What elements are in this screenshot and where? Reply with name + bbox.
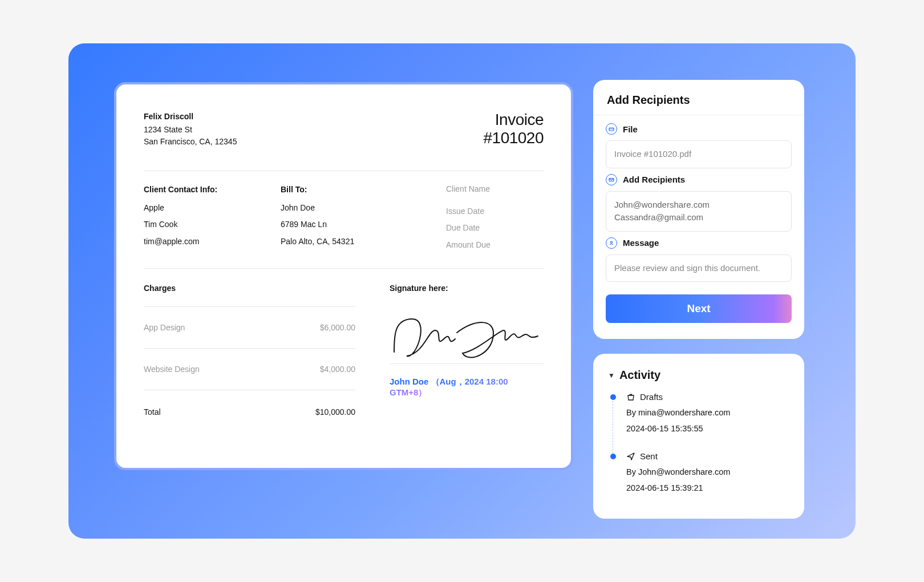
bill-name: John Doe — [281, 200, 446, 216]
timeline-line — [613, 401, 613, 454]
invoice-number: #101020 — [483, 129, 544, 147]
send-icon — [626, 452, 635, 461]
charge-amount: $6,000.00 — [320, 323, 355, 332]
meta-client-name: Client Name — [446, 185, 544, 193]
total-label: Total — [144, 407, 161, 417]
add-recipients-label-text: Add Recipients — [623, 175, 685, 184]
person-icon — [606, 237, 617, 249]
svg-point-3 — [611, 241, 613, 243]
sender-name: Felix Driscoll — [144, 111, 237, 123]
sender-addr2: San Francisco, CA, 12345 — [144, 136, 237, 148]
meta-col: Client Name Issue Date Due Date Amount D… — [446, 185, 544, 253]
client-contact: Tim Cook — [144, 216, 281, 233]
signature-image — [390, 302, 544, 359]
divider — [593, 115, 804, 115]
svg-rect-0 — [609, 128, 614, 131]
total-amount: $10,000.00 — [315, 407, 355, 417]
divider — [144, 390, 355, 390]
sender-block: Felix Driscoll 1234 State St San Francis… — [144, 111, 237, 148]
activity-timestamp: 2024-06-15 15:39:21 — [626, 480, 789, 496]
signature-name: John Doe — [390, 377, 428, 386]
activity-by: By John@wondershare.com — [626, 464, 789, 480]
message-label: Message — [606, 237, 792, 249]
svg-rect-1 — [609, 129, 614, 130]
charge-label: Website Design — [144, 365, 200, 374]
signature-block: Signature here: John Doe （Aug，2024 18:00… — [390, 284, 544, 417]
client-email: tim@apple.com — [144, 233, 281, 250]
bag-icon — [626, 393, 635, 402]
charge-amount: $4,000.00 — [320, 365, 355, 374]
signature-caption: John Doe （Aug，2024 18:00 GTM+8） — [390, 369, 544, 398]
bill-addr2: Palo Alto, CA, 54321 — [281, 233, 446, 250]
signature-icon — [390, 308, 544, 359]
charge-row: App Design $6,000.00 — [144, 312, 355, 343]
activity-title-text: Activity — [619, 369, 660, 382]
mail-icon — [606, 174, 617, 185]
divider — [144, 306, 355, 307]
activity-timestamp: 2024-06-15 15:35:55 — [626, 421, 789, 437]
timeline-dot-icon — [610, 454, 616, 459]
activity-item: Sent By John@wondershare.com 2024-06-15 … — [610, 451, 789, 496]
invoice-card: Felix Driscoll 1234 State St San Francis… — [114, 82, 573, 470]
activity-status: Drafts — [640, 392, 663, 402]
message-label-text: Message — [623, 238, 659, 248]
signature-head: Signature here: — [390, 284, 544, 302]
add-recipients-label: Add Recipients — [606, 174, 792, 185]
charge-label: App Design — [144, 323, 185, 332]
meta-due-date: Due Date — [446, 220, 544, 236]
add-recipients-title: Add Recipients — [606, 90, 792, 115]
charges-block: Charges App Design $6,000.00 Website Des… — [144, 284, 355, 417]
bill-addr1: 6789 Mac Ln — [281, 216, 446, 233]
invoice-title: Invoice — [483, 111, 544, 129]
timeline-dot-icon — [610, 394, 616, 400]
file-label-text: File — [623, 124, 638, 134]
charge-row: Website Design $4,000.00 — [144, 353, 355, 385]
add-recipients-panel: Add Recipients File Invoice #101020.pdf … — [593, 80, 804, 339]
activity-by: By mina@wondershare.com — [626, 405, 789, 421]
bill-to-col: Bill To: John Doe 6789 Mac Ln Palo Alto,… — [281, 185, 446, 253]
next-button[interactable]: Next — [606, 294, 792, 323]
sender-addr1: 1234 State St — [144, 124, 237, 136]
recipients-input[interactable]: John@wondershare.com Cassandra@gmail.com — [606, 191, 792, 232]
activity-status: Sent — [640, 451, 658, 461]
divider — [144, 268, 544, 269]
total-row: Total $10,000.00 — [144, 395, 355, 417]
bill-to-head: Bill To: — [281, 185, 446, 194]
divider — [144, 171, 544, 171]
divider — [144, 348, 355, 349]
file-input[interactable]: Invoice #101020.pdf — [606, 140, 792, 168]
client-contact-col: Client Contact Info: Apple Tim Cook tim@… — [144, 185, 281, 253]
meta-issue-date: Issue Date — [446, 203, 544, 220]
file-icon — [606, 123, 617, 135]
divider — [390, 363, 544, 364]
activity-title[interactable]: ▼ Activity — [608, 369, 789, 382]
file-label: File — [606, 123, 792, 135]
chevron-down-icon: ▼ — [608, 371, 615, 379]
message-input[interactable]: Please review and sign this document. — [606, 254, 792, 282]
meta-amount-due: Amount Due — [446, 237, 544, 253]
client-contact-head: Client Contact Info: — [144, 185, 281, 194]
activity-panel: ▼ Activity Drafts By mina@wondershare.co… — [593, 354, 804, 519]
activity-item: Drafts By mina@wondershare.com 2024-06-1… — [610, 392, 789, 436]
client-company: Apple — [144, 200, 281, 216]
invoice-title-block: Invoice #101020 — [483, 111, 544, 147]
charges-head: Charges — [144, 284, 355, 302]
